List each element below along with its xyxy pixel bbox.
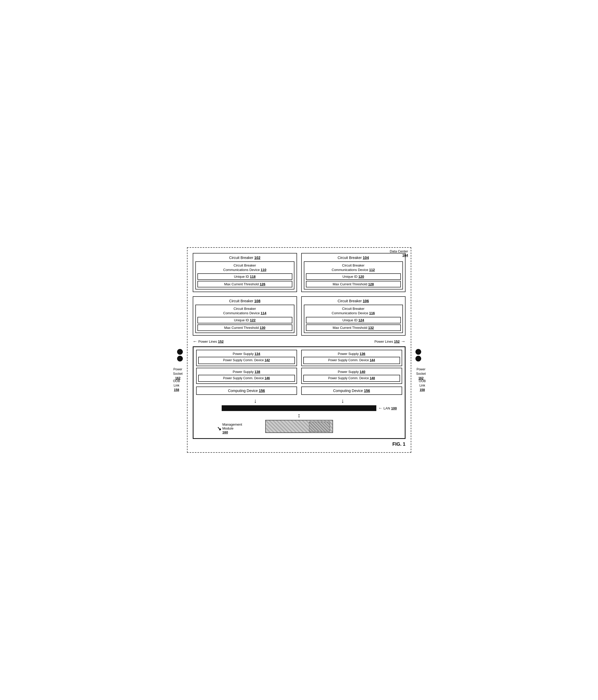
lan-label: ← LAN 100 <box>378 406 397 410</box>
arrow-updown-center: ↕ <box>298 412 300 419</box>
computing-devices-row: Computing Device 156 Computing Device 15… <box>196 386 402 395</box>
lower-section: Power Supply 134 Power Supply Comm. Devi… <box>193 346 405 439</box>
outer-dashed-border: Data Center 164 Circuit Breaker 102 Circ… <box>187 247 411 453</box>
compute-to-lan-arrows: ↓ ↓ <box>196 398 402 404</box>
power-socket-left-label: Power Socket 162 <box>173 367 183 380</box>
lan-bar <box>222 405 376 411</box>
oob-link-right: OOB Link 158 <box>419 379 426 392</box>
oob-link-left: OOB Link 158 <box>173 379 180 392</box>
cb-104-title: Circuit Breaker 104 <box>304 256 403 260</box>
arrow-down-left: ↓ <box>254 398 257 404</box>
ps-136: Power Supply 136 Power Supply Comm. Devi… <box>301 350 402 366</box>
cb-102-unique-id: Unique ID 118 <box>197 273 292 280</box>
lower-diagram-wrapper: Power Socket 162 Power Socket 162 OOB Li… <box>193 346 405 439</box>
power-socket-right-group <box>416 349 421 361</box>
circuit-breakers-grid: Circuit Breaker 102 Circuit Breaker Comm… <box>193 253 405 336</box>
fig-label: FIG. 1 <box>193 442 405 447</box>
computing-device-left: Computing Device 156 <box>196 386 297 395</box>
management-module-area: ↘ Management Module 160 <box>196 420 402 435</box>
socket-circle-left-1 <box>177 349 183 355</box>
lan-to-mgmt-arrow: ↕ <box>196 412 402 419</box>
cb-108-inner: Circuit Breaker Communications Device 11… <box>195 305 294 333</box>
lan-area: ← LAN 100 <box>196 405 402 411</box>
ps-136-title: Power Supply 136 <box>303 352 400 356</box>
computing-device-right: Computing Device 156 <box>301 386 402 395</box>
power-lines-left: ← Power Lines 152 <box>193 339 224 344</box>
ps-right-group: Power Supply 136 Power Supply Comm. Devi… <box>301 350 402 384</box>
power-lines-right: Power Lines 152 → <box>374 339 405 344</box>
cb-104-inner: Circuit Breaker Communications Device 11… <box>304 261 403 290</box>
cb-106-max-current: Max Current Threshold 132 <box>306 324 401 331</box>
cb-106-title: Circuit Breaker 106 <box>304 299 403 303</box>
cb-104-comm-title: Circuit Breaker Communications Device 11… <box>306 264 401 272</box>
cb-108-comm-title: Circuit Breaker Communications Device 11… <box>197 307 292 316</box>
power-lines-right-label: Power Lines 152 <box>374 340 400 344</box>
ps-138-comm: Power Supply Comm. Device 146 <box>198 375 295 382</box>
cb-108-title: Circuit Breaker 108 <box>195 299 294 303</box>
circuit-breaker-106: Circuit Breaker 106 Circuit Breaker Comm… <box>301 296 405 336</box>
cb-106-unique-id: Unique ID 124 <box>306 317 401 323</box>
cb-104-max-current: Max Current Threshold 128 <box>306 281 401 288</box>
ps-134: Power Supply 134 Power Supply Comm. Devi… <box>196 350 297 366</box>
cb-102-max-current: Max Current Threshold 126 <box>197 281 292 288</box>
cb-106-comm-title: Circuit Breaker Communications Device 11… <box>306 307 401 316</box>
cb-108-max-current: Max Current Threshold 130 <box>197 324 292 331</box>
power-socket-left-group <box>177 349 183 361</box>
cb-104-unique-id: Unique ID 120 <box>306 273 401 280</box>
power-lines-left-label: Power Lines 152 <box>198 340 224 344</box>
circuit-breaker-108: Circuit Breaker 108 Circuit Breaker Comm… <box>193 296 297 336</box>
ps-left-group: Power Supply 134 Power Supply Comm. Devi… <box>196 350 297 384</box>
ps-134-title: Power Supply 134 <box>198 352 295 356</box>
circuit-breaker-104: Circuit Breaker 104 Circuit Breaker Comm… <box>301 253 405 292</box>
socket-circle-right-2 <box>416 356 421 361</box>
cb-106-inner: Circuit Breaker Communications Device 11… <box>304 305 403 333</box>
management-module-inner <box>309 422 330 432</box>
ps-140-comm: Power Supply Comm. Device 148 <box>303 375 400 382</box>
cb-102-title: Circuit Breaker 102 <box>195 256 294 260</box>
ps-138-title: Power Supply 138 <box>198 370 295 374</box>
ps-138: Power Supply 138 Power Supply Comm. Devi… <box>196 368 297 384</box>
cb-102-inner: Circuit Breaker Communications Device 11… <box>195 261 294 290</box>
ps-140-title: Power Supply 140 <box>303 370 400 374</box>
socket-circle-left-2 <box>177 356 183 361</box>
data-center-text: Data Center <box>390 249 408 253</box>
data-center-number: 164 <box>402 253 408 257</box>
cb-102-comm-title: Circuit Breaker Communications Device 11… <box>197 264 292 272</box>
page-container: Data Center 164 Circuit Breaker 102 Circ… <box>182 242 417 458</box>
ps-140: Power Supply 140 Power Supply Comm. Devi… <box>301 368 402 384</box>
power-socket-right-label: Power Socket 162 <box>416 367 426 380</box>
power-lines-row: ← Power Lines 152 Power Lines 152 → <box>193 339 405 344</box>
ps-136-comm: Power Supply Comm. Device 144 <box>303 357 400 364</box>
power-supplies-row: Power Supply 134 Power Supply Comm. Devi… <box>196 350 402 384</box>
circuit-breaker-102: Circuit Breaker 102 Circuit Breaker Comm… <box>193 253 297 292</box>
mgmt-module-label: ↘ Management Module 160 <box>217 423 242 434</box>
socket-circle-right-1 <box>416 349 421 355</box>
data-center-label: Data Center 164 <box>390 249 408 257</box>
cb-108-unique-id: Unique ID 122 <box>197 317 292 323</box>
management-module-box <box>265 420 333 433</box>
arrow-down-right: ↓ <box>341 398 344 404</box>
ps-134-comm: Power Supply Comm. Device 142 <box>198 357 295 364</box>
